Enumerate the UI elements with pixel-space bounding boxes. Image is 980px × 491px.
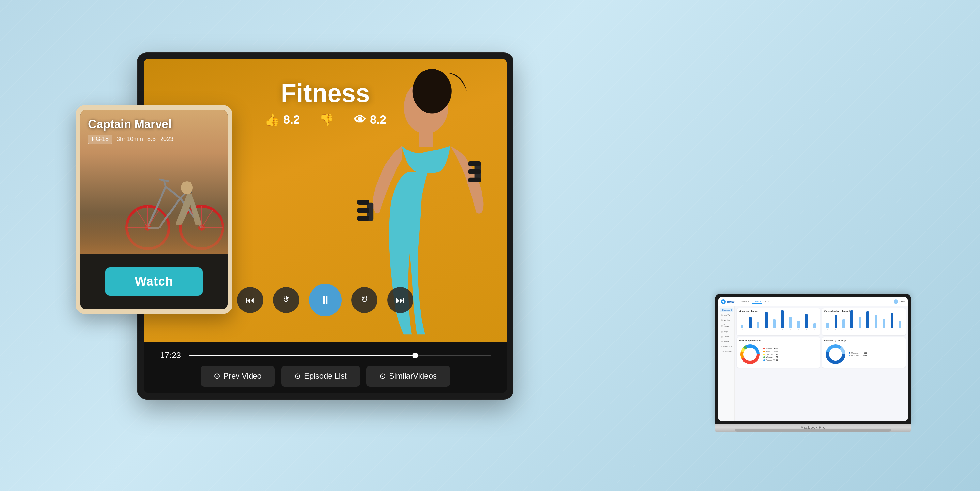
sidebar-item-apple[interactable]: Apple — [720, 330, 733, 334]
prev-track-button[interactable]: ⏮ — [237, 287, 263, 313]
dashboard-body: Dashboard Live TV Movies — [718, 306, 908, 421]
progress-thumb[interactable] — [412, 352, 418, 359]
sidebar-dot — [721, 346, 722, 348]
sidebar-dot — [721, 314, 722, 316]
svg-point-1 — [413, 69, 452, 113]
next-track-button[interactable]: ⏭ — [387, 287, 413, 313]
tv-show-title: Fitness — [280, 78, 370, 108]
legend-dot — [849, 352, 851, 354]
sidebar-item-dashboard[interactable]: Dashboard — [720, 308, 733, 312]
bar — [826, 322, 829, 328]
chart2-title: Views duration channel — [824, 310, 904, 312]
nav-live-tv[interactable]: Live TV — [752, 300, 762, 304]
sidebar-label: Movies — [724, 319, 730, 321]
forward-button[interactable]: 10 ↻ — [352, 287, 377, 313]
bar-group: • — [771, 319, 778, 331]
watch-button[interactable]: Watch — [105, 267, 203, 296]
rewind-button[interactable]: 10 ↺ — [273, 287, 299, 313]
pause-button[interactable]: ⏸ — [309, 284, 342, 316]
bar — [797, 320, 800, 328]
sidebar-item-applejuice[interactable]: Applejuice — [720, 344, 733, 348]
similar-videos-button[interactable]: ⊙ SimilarVideos — [366, 366, 450, 387]
list-icon: ⊙ — [294, 371, 301, 381]
dashboard-main: Views per channel • • • • • • • — [735, 306, 908, 421]
bar-group: • — [747, 317, 754, 331]
progress-fill — [189, 354, 415, 357]
bar-group: • — [738, 325, 746, 331]
sidebar-label: Lemon+ — [724, 336, 731, 338]
views-bar-chart: • • • • • • • • • • — [738, 314, 818, 333]
legend-dot — [764, 351, 765, 352]
sidebar-item-netflix[interactable]: Netflix — [720, 340, 733, 343]
similar-icon: ⊙ — [379, 371, 386, 381]
prev-video-button[interactable]: ⊙ Prev Video — [200, 366, 275, 387]
bar-highlight — [781, 311, 784, 328]
logo-text: inoran — [727, 300, 736, 303]
pie1-title: Favorite by Platform — [738, 339, 818, 341]
sidebar-item-lemon[interactable]: Lemon+ — [720, 335, 733, 338]
country-pie-card: Favorite by Country — [822, 337, 905, 368]
legend-android-tv: Android TV 51 — [764, 359, 778, 361]
current-time: 17:23 — [160, 350, 183, 360]
bar-highlight — [805, 314, 808, 328]
sidebar-item-livetv[interactable]: Live TV — [720, 313, 733, 317]
bar-group: • — [848, 311, 855, 331]
tv-bottom-controls: 17:23 ⊙ Prev Video ⊙ Episode List — [143, 343, 507, 393]
tablet-device: Captain Marvel PG-18 3hr 10min 8.5 2023 … — [76, 105, 232, 314]
tablet-screen: Captain Marvel PG-18 3hr 10min 8.5 2023 … — [80, 110, 228, 309]
sidebar-label: Applejuice — [722, 345, 732, 348]
dashboard-nav: General Live TV VOD — [740, 300, 892, 304]
bar — [875, 316, 877, 328]
progress-row: 17:23 — [160, 350, 491, 360]
sidebar-item-movies[interactable]: Movies — [720, 318, 733, 322]
app-logo: inoran — [721, 300, 736, 304]
sidebar-label: CinemaPlus — [722, 350, 732, 352]
svg-rect-9 — [468, 169, 480, 174]
bar-group: • — [824, 322, 831, 331]
legend-tiger: Tiger 1277 — [764, 350, 778, 352]
bar-group: • — [803, 314, 810, 331]
pie-charts-row: Favorite by Platform — [737, 337, 905, 368]
tablet-score: 8.5 — [148, 136, 156, 143]
progress-bar[interactable] — [189, 354, 491, 357]
sidebar-dot — [721, 336, 722, 338]
tablet-duration: 3hr 10min — [117, 136, 143, 143]
bar — [859, 317, 861, 328]
nav-vod[interactable]: VOD — [764, 300, 771, 304]
sidebar-dot — [721, 341, 722, 343]
sidebar-label: Live TV — [724, 314, 730, 316]
episode-list-button[interactable]: ⊙ Episode List — [281, 366, 360, 387]
logo-circle — [721, 300, 725, 304]
country-pie-chart — [824, 343, 847, 366]
bar-group: • — [779, 311, 786, 331]
bar-highlight — [851, 311, 853, 328]
laptop-base: MacBook Pro — [715, 424, 911, 432]
bar — [899, 321, 901, 328]
sidebar-dot — [721, 331, 722, 333]
sidebar-label: TV Shows — [724, 324, 732, 328]
views-duration-card: Views duration channel • • • • • • • — [822, 308, 905, 335]
thumbs-down-icon: 👎 — [320, 113, 334, 127]
user-avatar — [894, 300, 898, 304]
sidebar-item-tvshows[interactable]: TV Shows — [720, 323, 733, 329]
svg-rect-4 — [357, 200, 369, 205]
svg-line-21 — [159, 179, 169, 181]
laptop-brand-label: MacBook Pro — [715, 424, 911, 430]
svg-rect-2 — [418, 131, 433, 147]
nav-general[interactable]: General — [740, 300, 751, 304]
platform-pie-card: Favorite by Platform — [737, 337, 820, 368]
legend-dot — [764, 348, 765, 349]
bar — [813, 323, 816, 328]
dashboard-header: inoran General Live TV VOD Admin — [718, 297, 908, 306]
sidebar-item-cinemaplus[interactable]: CinemaPlus — [720, 349, 733, 353]
legend-iphone: iPhone 4277 — [764, 348, 778, 349]
platform-pie-chart — [738, 343, 761, 366]
eye-icon: 👁 — [354, 113, 366, 127]
bar-group: • — [856, 317, 864, 331]
country-legend: Unknown 4277 United States 3305 — [849, 352, 867, 357]
bar-group: • — [872, 316, 880, 331]
svg-rect-6 — [357, 216, 369, 221]
bar-group: • — [864, 311, 872, 331]
bar-group: • — [795, 320, 802, 331]
svg-rect-10 — [468, 178, 480, 182]
